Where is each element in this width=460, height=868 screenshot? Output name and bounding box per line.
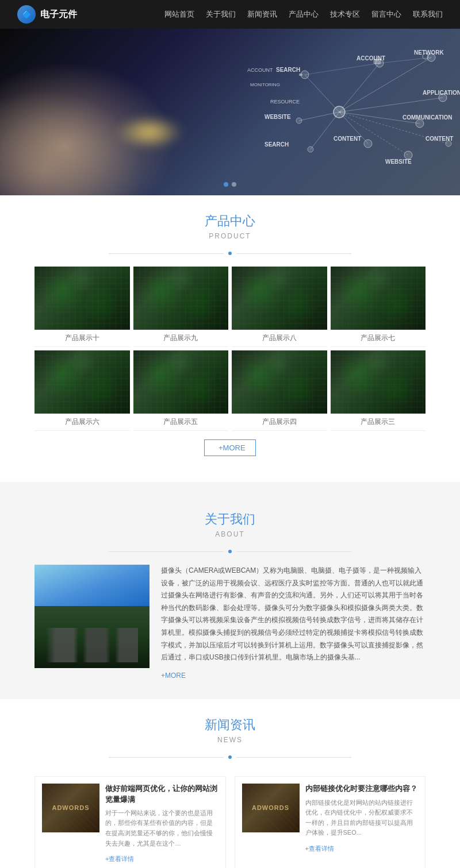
product-item-6[interactable]: 产品展示六 — [34, 350, 130, 431]
news-header: 新闻资讯 NEWS — [0, 699, 460, 755]
product-row-2: 产品展示六 产品展示五 产品展示四 产品展示三 — [34, 350, 425, 431]
about-description: 摄像头（CAMERA或WEBCAM）又称为电脑眼、电脑摄、电子摄等，是一种视频输… — [161, 565, 425, 664]
svg-point-12 — [334, 106, 345, 118]
product-item-4[interactable]: 产品展示四 — [232, 350, 327, 431]
product-label-8: 产品展示八 — [232, 330, 327, 347]
about-content: 摄像头（CAMERA或WEBCAM）又称为电脑眼、电脑摄、电子摄等，是一种视频输… — [34, 565, 425, 682]
nav-news[interactable]: 新闻资讯 — [247, 9, 277, 20]
news-title-en: NEWS — [0, 736, 460, 744]
news-divider — [0, 755, 460, 759]
svg-rect-38 — [299, 74, 302, 76]
product-img-6 — [34, 350, 130, 414]
nav-product[interactable]: 产品中心 — [289, 9, 319, 20]
product-item-8[interactable]: 产品展示八 — [232, 267, 327, 347]
about-image — [34, 565, 150, 668]
product-row-1: 产品展示十 产品展示九 产品展示八 产品展示七 — [34, 267, 425, 347]
product-item-9[interactable]: 产品展示九 — [133, 267, 229, 347]
news-img-1: ADWORDS — [42, 784, 99, 832]
product-label-6: 产品展示六 — [34, 414, 130, 431]
nav-about[interactable]: 关于我们 — [206, 9, 236, 20]
product-item-10[interactable]: 产品展示十 — [34, 267, 130, 347]
news-img-text-2: ADWORDS — [252, 804, 289, 812]
svg-line-2 — [339, 57, 431, 112]
divider-right — [236, 253, 351, 254]
site-name: 电子元件 — [40, 9, 77, 21]
svg-line-6 — [339, 112, 408, 155]
news-content-2: 内部链接优化时要注意哪些内容？ 内部链接优化是对网站的站内链接进行优化，在内链优… — [305, 784, 419, 863]
svg-point-20 — [296, 118, 302, 124]
product-more-btn[interactable]: +MORE — [204, 439, 256, 456]
product-label-5: 产品展示五 — [133, 414, 229, 431]
news-content-1: 做好前端网页优化，让你的网站浏览量爆满 对于一个网站来说，这个要的也是适用的，那… — [105, 784, 218, 863]
hero-dot-1[interactable] — [224, 182, 228, 187]
svg-point-22 — [364, 140, 372, 148]
svg-line-0 — [305, 75, 339, 112]
svg-text:ACCOUNT: ACCOUNT — [356, 55, 385, 61]
svg-text:RESOURCE: RESOURCE — [270, 99, 300, 105]
about-more-link[interactable]: +MORE — [161, 670, 425, 682]
main-nav: 网站首页 关于我们 新闻资讯 产品中心 技术专区 留言中心 联系我们 — [164, 9, 443, 20]
product-img-10 — [34, 267, 130, 330]
svg-text:WEBSITE: WEBSITE — [385, 159, 412, 165]
nav-tech[interactable]: 技术专区 — [330, 9, 360, 20]
divider-dot — [228, 550, 232, 553]
svg-text:SEARCH: SEARCH — [276, 67, 300, 73]
svg-text:CONTENT: CONTENT — [425, 136, 453, 142]
nav-message[interactable]: 留言中心 — [371, 9, 401, 20]
divider-right — [236, 551, 351, 552]
product-label-4: 产品展示四 — [232, 414, 327, 431]
about-header: 关于我们 ABOUT — [34, 493, 425, 550]
product-section: 产品中心 PRODUCT 产品展示十 产品展示九 产品展示八 产品展示七 — [0, 195, 460, 482]
product-item-5[interactable]: 产品展示五 — [133, 350, 229, 431]
about-section: 关于我们 ABOUT 摄像头（CAMERA或WEBCAM）又称为电脑眼、电脑摄、… — [0, 482, 460, 699]
news-item-2[interactable]: ADWORDS 内部链接优化时要注意哪些内容？ 内部链接优化是对网站的站内链接进… — [235, 776, 426, 868]
svg-text:NETWORK: NETWORK — [414, 49, 444, 56]
product-img-9 — [133, 267, 229, 330]
svg-text:APPLICATION: APPLICATION — [423, 90, 460, 96]
hero-dot-2[interactable] — [232, 182, 236, 187]
news-more-2[interactable]: +查看详情 — [305, 845, 334, 852]
news-desc-1: 对于一个网站来说，这个要的也是适用的，那些你有某些有价值的内容，但是在提高浏览量… — [105, 808, 218, 848]
news-img-2: ADWORDS — [242, 784, 300, 832]
svg-text:ACCOUNT: ACCOUNT — [247, 67, 273, 73]
divider-left — [109, 253, 224, 254]
divider-dot — [228, 252, 232, 255]
logo[interactable]: 🔷 电子元件 — [17, 5, 77, 24]
product-item-7[interactable]: 产品展示七 — [331, 267, 426, 347]
nav-home[interactable]: 网站首页 — [164, 9, 194, 20]
product-label-9: 产品展示九 — [133, 330, 229, 347]
product-item-3[interactable]: 产品展示三 — [331, 350, 426, 431]
svg-line-10 — [305, 63, 379, 75]
hero-hands — [0, 29, 218, 195]
hero-glow — [115, 115, 184, 149]
nav-contact[interactable]: 联系我们 — [413, 9, 443, 20]
about-title-cn: 关于我们 — [34, 511, 425, 528]
product-divider — [0, 252, 460, 255]
svg-text:SEARCH: SEARCH — [264, 141, 289, 148]
product-img-7 — [331, 267, 426, 330]
about-title-en: ABOUT — [34, 530, 425, 538]
about-divider — [34, 550, 425, 553]
svg-line-3 — [339, 98, 443, 112]
product-header: 产品中心 PRODUCT — [0, 195, 460, 252]
product-title-cn: 产品中心 — [0, 213, 460, 230]
divider-left — [109, 757, 224, 758]
logo-icon: 🔷 — [17, 5, 36, 24]
news-more-1[interactable]: +查看详情 — [105, 855, 134, 862]
news-title-1: 做好前端网页优化，让你的网站浏览量爆满 — [105, 784, 218, 804]
hero-banner: SEARCH ACCOUNT NETWORK APPLICATION COMMU… — [0, 29, 460, 195]
product-img-3 — [331, 350, 426, 414]
hero-network: SEARCH ACCOUNT NETWORK APPLICATION COMMU… — [218, 29, 460, 195]
news-grid-container: ADWORDS 做好前端网页优化，让你的网站浏览量爆满 对于一个网站来说，这个要… — [0, 770, 460, 868]
hero-dots — [224, 182, 236, 187]
news-section: 新闻资讯 NEWS ADWORDS 做好前端网页优化，让你的网站浏览量爆满 对于… — [0, 699, 460, 868]
news-img-text-1: ADWORDS — [52, 804, 89, 812]
svg-text:CONTENT: CONTENT — [334, 136, 361, 142]
svg-line-8 — [310, 112, 339, 149]
svg-point-18 — [416, 119, 424, 128]
svg-line-1 — [339, 63, 379, 112]
svg-point-21 — [308, 146, 313, 152]
news-item-1[interactable]: ADWORDS 做好前端网页优化，让你的网站浏览量爆满 对于一个网站来说，这个要… — [34, 776, 226, 868]
header: 🔷 电子元件 网站首页 关于我们 新闻资讯 产品中心 技术专区 留言中心 联系我… — [0, 0, 460, 29]
divider-left — [109, 551, 224, 552]
